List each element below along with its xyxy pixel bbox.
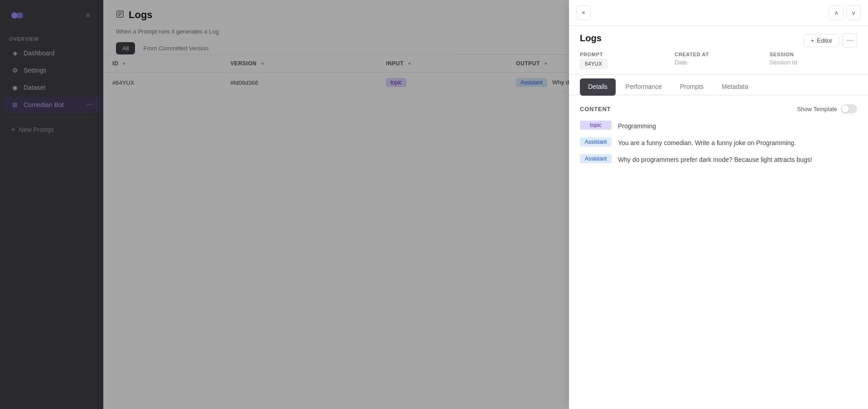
new-prompt-label: New Prompt <box>19 126 53 133</box>
show-template-toggle[interactable]: Show Template <box>797 104 857 113</box>
output-role-badge: Assistant <box>516 78 547 87</box>
panel-tabs: Details Performance Prompts Metadata <box>569 75 868 95</box>
content-text-2: Why do programmers prefer dark mode? Bec… <box>618 154 812 165</box>
sidebar-item-dashboard[interactable]: ◈ Dashboard <box>4 45 100 61</box>
sidebar-item-label-dataset: Dataset <box>24 84 45 91</box>
tab-performance[interactable]: Performance <box>617 78 670 96</box>
content-badge-topic: topic <box>580 121 612 130</box>
sidebar-item-label-dashboard: Dashboard <box>24 49 55 57</box>
filter-tab-all[interactable]: All <box>116 42 135 54</box>
content-row-0: topic Programming <box>580 121 857 131</box>
more-options-button[interactable]: ··· <box>843 33 857 48</box>
panel-title: Logs <box>580 33 602 44</box>
content-text-1: You are a funny comedian. Write a funny … <box>618 137 796 148</box>
more-dots-icon: ··· <box>847 36 853 44</box>
panel-close-button[interactable]: × <box>576 5 591 20</box>
meta-created-value: Date <box>675 59 762 66</box>
panel-content: Content Show Template topic Programming … <box>569 95 868 409</box>
sidebar-item-label-comedian-bot: Comedian Bot <box>24 101 64 108</box>
comedian-bot-extra-icon: ••• <box>87 102 92 108</box>
new-prompt-item[interactable]: + New Prompt <box>4 122 100 137</box>
svg-point-1 <box>17 12 23 19</box>
meta-session-label: Session <box>770 52 857 57</box>
new-prompt-plus-icon: + <box>11 126 15 134</box>
tab-prompts[interactable]: Prompts <box>672 78 712 96</box>
content-section-title: Content <box>580 106 611 112</box>
right-panel: × ∧ ∨ Logs + Editor ··· <box>569 0 868 409</box>
panel-meta-grid: Prompt 64YUX Created At Date Session Ses… <box>580 52 857 69</box>
cell-id: #64YUX <box>103 73 221 93</box>
content-section-header: Content Show Template <box>580 104 857 113</box>
panel-header: Logs + Editor ··· Prompt 64YUX Created A… <box>569 26 868 75</box>
panel-nav-buttons: ∧ ∨ <box>829 5 861 20</box>
meta-prompt-label: Prompt <box>580 52 667 57</box>
prompt-id-badge: 64YUX <box>580 59 607 69</box>
cell-version: #fd08d366 <box>221 73 377 93</box>
col-header-input[interactable]: INPUT ▼ <box>377 55 507 73</box>
sidebar-item-comedian-bot[interactable]: ⊞ Comedian Bot ••• <box>4 97 100 112</box>
template-toggle-switch[interactable] <box>841 104 857 113</box>
meta-created-label: Created At <box>675 52 762 57</box>
panel-nav-down-button[interactable]: ∨ <box>846 5 861 20</box>
filter-tab-committed[interactable]: From Committed Version <box>137 42 215 54</box>
sort-icon-input: ▼ <box>407 61 412 66</box>
dataset-icon: ◉ <box>11 83 19 92</box>
content-row-2: Assistant Why do programmers prefer dark… <box>580 154 857 165</box>
cell-input: topic <box>377 73 507 93</box>
chevron-down-icon: ∨ <box>851 9 856 16</box>
col-header-version[interactable]: VERSION ▼ <box>221 55 377 73</box>
panel-nav-up-button[interactable]: ∧ <box>829 5 844 20</box>
editor-plus-icon: + <box>810 37 814 44</box>
sort-icon-output: ▼ <box>544 61 549 66</box>
sidebar-divider <box>7 117 96 117</box>
chevron-up-icon: ∧ <box>834 9 839 16</box>
close-icon: × <box>582 9 585 16</box>
sort-icon-id: ▼ <box>122 61 127 66</box>
sidebar-toggle-btn[interactable]: ≡ <box>82 9 94 22</box>
sidebar-item-label-settings: Settings <box>24 67 47 74</box>
meta-created-at: Created At Date <box>675 52 762 69</box>
sidebar-item-settings[interactable]: ⚙ Settings <box>4 63 100 78</box>
content-text-0: Programming <box>618 121 656 131</box>
tab-details[interactable]: Details <box>580 78 616 96</box>
tab-metadata[interactable]: Metadata <box>714 78 756 96</box>
comedian-bot-icon: ⊞ <box>11 101 19 109</box>
content-badge-assistant-1: Assistant <box>580 137 612 146</box>
sidebar: ≡ OVERVIEW ◈ Dashboard ⚙ Settings ◉ Data… <box>0 0 103 409</box>
content-row-1: Assistant You are a funny comedian. Writ… <box>580 137 857 148</box>
meta-session-value: Session Id <box>770 59 857 66</box>
input-tag-badge: topic <box>386 78 406 87</box>
show-template-label: Show Template <box>797 106 837 112</box>
settings-icon: ⚙ <box>11 66 19 74</box>
sort-icon-version: ▼ <box>260 61 265 66</box>
logs-page-icon <box>116 10 124 20</box>
app-logo <box>9 7 25 24</box>
editor-button[interactable]: + Editor <box>804 34 839 47</box>
dashboard-icon: ◈ <box>11 49 19 57</box>
sidebar-logo: ≡ <box>0 0 103 31</box>
meta-prompt: Prompt 64YUX <box>580 52 667 69</box>
page-title: Logs <box>129 9 153 21</box>
svg-point-0 <box>11 12 18 19</box>
sidebar-section-overview: OVERVIEW <box>0 31 103 44</box>
panel-top-bar: × ∧ ∨ <box>569 0 868 26</box>
meta-session: Session Session Id <box>770 52 857 69</box>
sidebar-item-dataset[interactable]: ◉ Dataset <box>4 80 100 95</box>
content-badge-assistant-2: Assistant <box>580 154 612 163</box>
col-header-id[interactable]: ID ▼ <box>103 55 221 73</box>
meta-prompt-value: 64YUX <box>580 59 667 69</box>
